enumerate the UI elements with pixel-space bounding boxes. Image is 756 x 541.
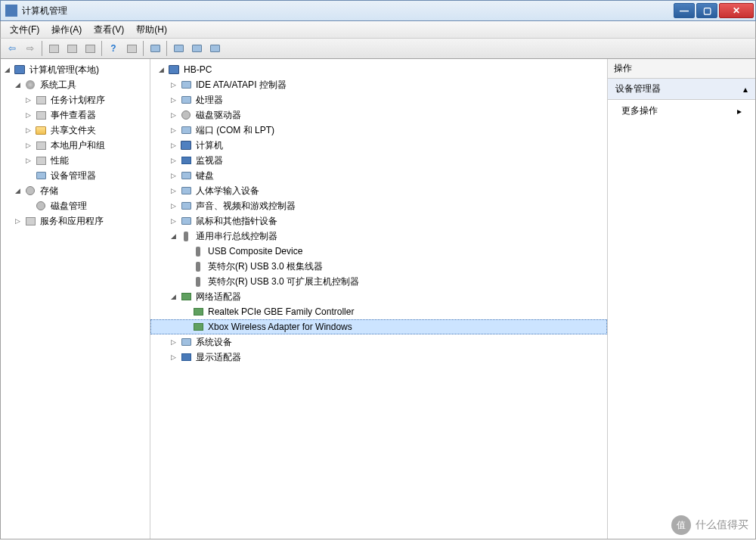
- device-hid[interactable]: ▷ 人体学输入设备: [150, 183, 607, 198]
- tree-label: 磁盘驱动器: [194, 109, 243, 122]
- usb-device-icon: [192, 260, 204, 272]
- device-monitors[interactable]: ▷ 监视器: [150, 153, 607, 168]
- export-button[interactable]: [82, 40, 98, 57]
- menu-bar: 文件(F) 操作(A) 查看(V) 帮助(H): [0, 21, 756, 38]
- tree-performance[interactable]: ▷ 性能: [1, 153, 150, 168]
- maximize-button[interactable]: ▢: [696, 3, 717, 18]
- scan-hardware-button[interactable]: [206, 40, 223, 57]
- menu-file[interactable]: 文件(F): [5, 22, 44, 38]
- properties-button[interactable]: [64, 40, 80, 57]
- tree-label: 网络适配器: [194, 291, 243, 303]
- tree-label: Xbox Wireless Adapter for Windows: [206, 322, 354, 332]
- collapse-icon: ▴: [743, 84, 748, 95]
- device-cpu[interactable]: ▷ 处理器: [150, 92, 607, 107]
- device-sound[interactable]: ▷ 声音、视频和游戏控制器: [150, 198, 607, 213]
- device-realtek[interactable]: ▷ Realtek PCIe GBE Family Controller: [150, 304, 607, 319]
- storage-icon: [24, 185, 36, 197]
- device-manager-icon: [35, 169, 47, 182]
- more-actions[interactable]: 更多操作 ▸: [608, 100, 755, 122]
- monitor-icon: [180, 154, 192, 166]
- left-tree-pane: ◢ 计算机管理(本地) ◢ 系统工具 ▷ 任务计划程序 ▷ 事件查看器 ▷ 共享…: [1, 59, 150, 539]
- tree-shared-folders[interactable]: ▷ 共享文件夹: [1, 123, 150, 138]
- tree-label: 任务计划程序: [49, 94, 107, 107]
- usb-device-icon: [192, 245, 204, 257]
- device-computer[interactable]: ▷ 计算机: [150, 138, 607, 153]
- toolbar-separator: [42, 41, 42, 56]
- device-root[interactable]: ◢ HB-PC: [150, 62, 607, 77]
- device-usb-composite[interactable]: ▷ USB Composite Device: [150, 244, 607, 259]
- device-xbox-adapter[interactable]: ▷ Xbox Wireless Adapter for Windows: [150, 319, 607, 334]
- tree-label: 计算机: [194, 139, 225, 152]
- actions-section[interactable]: 设备管理器 ▴: [608, 79, 755, 100]
- net-adapter-icon: [192, 306, 204, 318]
- tree-label: USB Composite Device: [206, 246, 304, 257]
- app-icon: [5, 5, 17, 17]
- device-keyboards[interactable]: ▷ 键盘: [150, 168, 607, 183]
- tree-label: 存储: [39, 185, 60, 197]
- tree-task-scheduler[interactable]: ▷ 任务计划程序: [1, 92, 150, 107]
- menu-help[interactable]: 帮助(H): [132, 22, 172, 38]
- tree-label: 键盘: [194, 169, 215, 182]
- title-bar: 计算机管理 — ▢ ✕: [0, 0, 756, 21]
- close-button[interactable]: ✕: [719, 3, 754, 18]
- device-network[interactable]: ◢ 网络适配器: [150, 289, 607, 304]
- uninstall-button[interactable]: [188, 40, 205, 57]
- tree-label: Realtek PCIe GBE Family Controller: [206, 306, 355, 317]
- menu-action[interactable]: 操作(A): [47, 22, 86, 38]
- chevron-right-icon: ▸: [737, 106, 742, 117]
- device-usb[interactable]: ◢ 通用串行总线控制器: [150, 229, 607, 244]
- window-title: 计算机管理: [22, 5, 674, 17]
- more-actions-label: 更多操作: [621, 104, 658, 117]
- tree-label: 共享文件夹: [49, 124, 98, 137]
- tree-label: 端口 (COM 和 LPT): [194, 124, 276, 137]
- help-button[interactable]: ?: [105, 40, 122, 57]
- view-button[interactable]: [123, 40, 140, 57]
- tree-label: 性能: [49, 154, 70, 167]
- back-button[interactable]: ⇦: [4, 40, 20, 57]
- device-ports[interactable]: ▷ 端口 (COM 和 LPT): [150, 123, 607, 138]
- actions-section-label: 设备管理器: [615, 82, 661, 95]
- tree-event-viewer[interactable]: ▷ 事件查看器: [1, 107, 150, 123]
- tree-device-manager[interactable]: ▷ 设备管理器: [1, 168, 150, 183]
- menu-view[interactable]: 查看(V): [89, 22, 129, 38]
- computer-cat-icon: [180, 139, 192, 151]
- port-icon: [180, 124, 192, 136]
- window-buttons: — ▢ ✕: [674, 3, 754, 18]
- usb-device-icon: [192, 275, 204, 288]
- minimize-button[interactable]: —: [674, 3, 695, 18]
- ide-icon: [180, 79, 192, 91]
- tree-label: 英特尔(R) USB 3.0 根集线器: [206, 260, 324, 273]
- actions-header: 操作: [608, 59, 755, 79]
- tree-root-local[interactable]: ◢ 计算机管理(本地): [1, 62, 150, 77]
- tree-label: 监视器: [194, 154, 225, 167]
- net-adapter-icon: [192, 321, 204, 333]
- show-hide-tree-button[interactable]: [45, 40, 62, 57]
- tree-label: 人体学输入设备: [194, 185, 261, 197]
- device-display[interactable]: ▷ 显示适配器: [150, 350, 607, 365]
- tree-system-tools[interactable]: ◢ 系统工具: [1, 77, 150, 92]
- mouse-icon: [180, 215, 192, 227]
- tree-label: 本地用户和组: [49, 139, 107, 152]
- tree-local-users[interactable]: ▷ 本地用户和组: [1, 138, 150, 153]
- device-disk-drives[interactable]: ▷ 磁盘驱动器: [150, 107, 607, 123]
- scan-button[interactable]: [147, 40, 163, 57]
- tree-storage[interactable]: ◢ 存储: [1, 183, 150, 198]
- tree-label: HB-PC: [182, 64, 213, 75]
- keyboard-icon: [180, 169, 192, 182]
- update-driver-button[interactable]: [170, 40, 187, 57]
- actions-pane: 操作 设备管理器 ▴ 更多操作 ▸: [608, 59, 755, 539]
- toolbar-separator: [143, 41, 144, 56]
- tree-label: 事件查看器: [49, 109, 98, 122]
- forward-button[interactable]: ⇨: [22, 40, 39, 57]
- device-ide[interactable]: ▷ IDE ATA/ATAPI 控制器: [150, 77, 607, 92]
- tree-label: 通用串行总线控制器: [194, 230, 279, 243]
- tree-disk-management[interactable]: ▷ 磁盘管理: [1, 198, 150, 213]
- device-usb-root[interactable]: ▷ 英特尔(R) USB 3.0 根集线器: [150, 259, 607, 274]
- network-icon: [180, 291, 192, 303]
- disk-icon: [35, 200, 47, 212]
- device-system-devices[interactable]: ▷ 系统设备: [150, 334, 607, 350]
- device-mice[interactable]: ▷ 鼠标和其他指针设备: [150, 213, 607, 229]
- device-usb-host[interactable]: ▷ 英特尔(R) USB 3.0 可扩展主机控制器: [150, 274, 607, 289]
- tree-label: 磁盘管理: [49, 200, 88, 213]
- tree-services-apps[interactable]: ▷ 服务和应用程序: [1, 213, 150, 229]
